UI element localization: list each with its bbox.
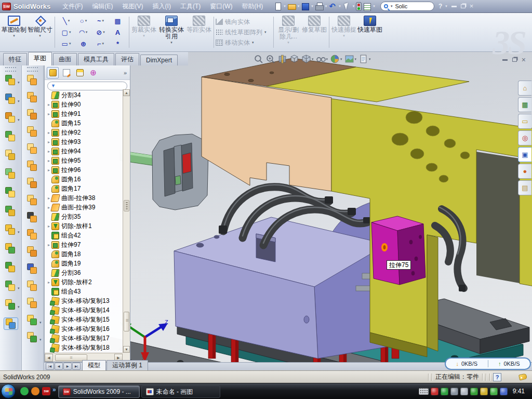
sketch-tool-button[interactable]: ▩ [109,15,126,26]
antivirus-icon[interactable] [441,388,448,395]
start-button[interactable] [1,384,16,398]
swept-surface-icon[interactable] [25,74,40,87]
new-file-icon[interactable] [273,2,282,11]
network-warning-icon[interactable] [480,388,488,395]
tab-特征[interactable]: 特征 [3,53,27,65]
menu-item[interactable]: 编辑(E) [88,0,118,12]
sketch-tool-button[interactable]: ▭▾ [58,38,75,49]
volume-icon[interactable] [460,388,468,395]
sketch-tool-button[interactable]: ╲▾ [58,15,75,26]
tree-item[interactable]: 圆角19 [46,259,123,268]
rib-icon[interactable] [4,149,18,162]
linear-pattern-icon[interactable]: ▾ [4,224,18,236]
draft-icon[interactable] [4,187,18,199]
model-tab-模型[interactable]: 模型 [82,360,106,370]
replace-face-icon[interactable] [25,229,40,241]
tree-item[interactable]: ▸曲面-拉伸39 [46,203,123,212]
move-entities-button[interactable]: 移动实体 ▾ [216,38,272,47]
edit-appearance-icon[interactable]: ▾ [330,54,342,64]
tree-item[interactable]: ▸拉伸94 [46,147,123,156]
options-icon[interactable] [363,2,371,11]
tree-item[interactable]: 组合43 [46,287,123,296]
boundary-surface-icon[interactable] [25,126,40,138]
design-library-tab[interactable]: ▦ [518,97,531,112]
taskbar-window-active[interactable]: SWSolidWorks 2009 - ... [58,385,140,398]
dropdown-arrow-icon[interactable]: ▾ [39,34,41,38]
file-explorer-tab[interactable]: ▭ [518,114,531,129]
open-file-icon[interactable] [287,2,296,11]
phone-icon[interactable] [470,388,478,395]
dropdown-arrow-icon[interactable]: ▾ [13,34,15,38]
scroll-down-button[interactable]: ▼ [123,346,130,353]
keyboard-layout-icon[interactable] [419,388,429,395]
close-button[interactable]: × [470,4,474,9]
tab-曲面[interactable]: 曲面 [53,53,77,65]
tab-nav-button[interactable]: |◀ [46,363,54,370]
propertymanager-tab[interactable] [60,67,72,78]
tab-DimXpert[interactable]: DimXpert [140,55,178,65]
network-speed-widget[interactable]: ↓ 0KB/S ↑ 0KB/S [445,357,531,370]
quick-tips-button[interactable]: ? [493,373,501,381]
home-tab[interactable]: ⌂ [518,81,531,96]
save-icon[interactable] [301,2,310,11]
linear-sketch-pattern-button[interactable]: 线性草图阵列 ▾ [216,28,272,37]
tree-item[interactable]: ▸切除-放样2 [46,277,123,287]
fillet-icon[interactable] [4,130,18,143]
expander-icon[interactable]: ▸ [46,112,51,116]
menu-item[interactable]: 视图(V) [118,0,148,12]
extrude-boss-icon[interactable]: ▾ [4,74,18,87]
trim-surface-icon[interactable] [25,263,40,275]
tree-item[interactable]: 实体-移动/复制15 [46,315,123,324]
split-body-icon[interactable] [4,261,18,274]
revolve-icon[interactable]: ▾ [4,112,18,124]
sketch-tool-button[interactable]: ⊕ [75,38,92,49]
tree-item[interactable]: ▸拉伸92 [46,128,123,137]
expander-icon[interactable]: ▸ [46,168,51,172]
tree-item[interactable]: 实体-移动/复制18 [46,343,123,352]
help-button[interactable]: ? [438,3,442,10]
sketch-tool-button[interactable]: ⊘▾ [92,26,109,38]
model-tab-运动算例 1[interactable]: 运动算例 1 [107,360,148,370]
rebuild-icon[interactable] [356,2,362,11]
tree-item[interactable]: 实体-移动/复制14 [46,305,123,315]
instant3d-icon[interactable] [4,317,18,330]
tree-item[interactable]: ▸切除-放样1 [46,221,123,231]
repair-sketch-button[interactable]: 修复草图 [301,15,327,50]
tree-item[interactable]: 组合42 [46,231,123,240]
scrollbar-grip[interactable] [124,200,129,211]
shell-icon[interactable] [4,168,18,180]
print-icon[interactable] [315,2,324,11]
menu-item[interactable]: 窗口(W) [205,0,237,12]
tree-item[interactable]: 实体-移动/复制17 [46,334,123,343]
solidworks-search-tab[interactable]: ◎ [518,130,531,145]
sketch-tool-button[interactable]: ○▾ [75,15,92,26]
tree-item[interactable]: 分割36 [46,268,123,277]
tree-item[interactable]: ▸拉伸93 [46,137,123,147]
search-input[interactable]: Solic [395,3,407,9]
sketch-button[interactable]: 草图绘制 ▾ [1,15,27,50]
tab-草图[interactable]: 草图 [28,52,52,65]
menu-item[interactable]: 插入(I) [148,0,176,12]
menu-item[interactable]: 文件(F) [58,0,87,12]
apply-scene-icon[interactable]: ▾ [344,54,357,64]
delete-face-icon[interactable] [25,211,40,224]
expander-icon[interactable]: ▸ [46,102,51,107]
display-style-icon[interactable]: ▾ [301,54,314,64]
dimxpertmanager-tab[interactable]: ⊕ [87,67,99,78]
tree-item[interactable]: ▸拉伸95 [46,156,123,165]
deform-icon[interactable]: ▾ [4,299,18,311]
tree-item[interactable]: 分割35 [46,212,123,221]
dome-icon[interactable]: ▾ [25,314,40,327]
revolved-surface-icon[interactable] [25,91,40,104]
wrap-icon[interactable] [4,205,18,218]
convert-entities-button[interactable]: 转换实体引用 ▾ [157,15,186,50]
taskbar-clock[interactable]: 9:41 [510,388,530,395]
sketch-tool-button[interactable]: * [109,38,126,49]
taskbar-window-inactive[interactable]: 未命名 - 画图 [141,385,220,398]
menu-item[interactable]: 工具(T) [176,0,205,12]
sketch-tool-button[interactable]: ~▾ [92,15,109,26]
tab-nav-button[interactable]: ▶| [72,363,81,370]
tree-item[interactable]: 分割34 [46,90,123,100]
section-view-icon[interactable] [277,54,287,64]
expander-icon[interactable]: ▸ [46,224,51,229]
